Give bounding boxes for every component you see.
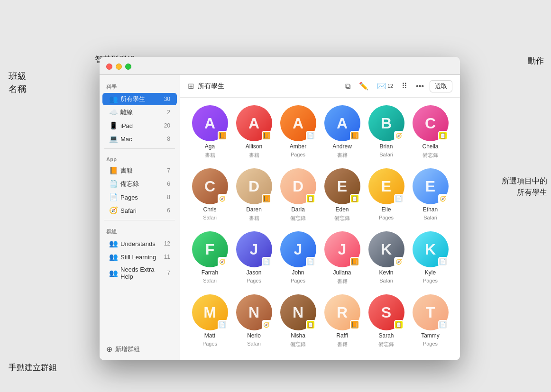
ellipsis-icon: ••• [416, 82, 424, 91]
student-name: Chella [422, 143, 438, 150]
student-name: John [292, 269, 304, 276]
student-avatar-wrap: A📄 [280, 105, 316, 141]
student-card[interactable]: T📄TammyPages [410, 294, 450, 348]
sidebar-item-safari[interactable]: 🧭 Safari 6 [102, 204, 177, 217]
student-card[interactable]: F🧭FarrahSafari [190, 231, 230, 285]
app-badge-icon: 📙 [350, 131, 359, 140]
sidebar-divider-2 [104, 220, 175, 220]
maximize-button[interactable] [125, 64, 131, 70]
action-annotation: 動作 [528, 56, 544, 66]
student-card[interactable]: E🧭EthanSafari [410, 168, 450, 222]
student-card[interactable]: N📋Nisha備忘錄 [278, 294, 318, 348]
student-card[interactable]: M📄MattPages [190, 294, 230, 348]
app-window: 科學 👥 所有學生 30 ☁️ 離線 2 📱 iPad 20 💻 Mac 8 [100, 57, 460, 360]
student-app-label: 書籍 [249, 152, 259, 159]
layers-button[interactable]: ⧉ [342, 80, 353, 92]
sidebar-item-notes[interactable]: 🗒️ 備忘錄 6 [102, 178, 177, 190]
student-card[interactable]: A📙Allison書籍 [234, 105, 274, 159]
student-app-label: 書籍 [205, 152, 215, 159]
add-group-button[interactable]: ⊕ 新增群組 [100, 342, 180, 356]
student-card[interactable]: A📙Aga書籍 [190, 105, 230, 159]
window-body: 科學 👥 所有學生 30 ☁️ 離線 2 📱 iPad 20 💻 Mac 8 [100, 75, 460, 360]
student-avatar-wrap: K📄 [413, 231, 449, 267]
student-app-label: Safari [379, 152, 393, 157]
student-name: Brian [379, 143, 393, 150]
sidebar-item-still-learning[interactable]: 👥 Still Learning 11 [102, 251, 177, 263]
sidebar-count-all-students: 30 [164, 96, 170, 102]
student-name: Matt [204, 332, 215, 339]
student-card[interactable]: S📋Sarah備忘錄 [366, 294, 406, 348]
app-badge-icon: 🧭 [394, 257, 404, 266]
app-badge-icon: 📙 [262, 194, 271, 203]
student-card[interactable]: J📄JasonPages [234, 231, 274, 285]
student-card[interactable]: D📋Darla備忘錄 [278, 168, 318, 222]
sidebar-label-all-students: 所有學生 [120, 95, 162, 103]
student-name: Amber [290, 143, 306, 150]
student-card[interactable]: D📙Daren書籍 [234, 168, 274, 222]
student-avatar-wrap: K🧭 [368, 231, 404, 267]
student-name: Jason [246, 269, 261, 276]
student-app-label: Pages [202, 341, 217, 346]
student-app-label: Pages [291, 152, 305, 157]
student-name: Chris [203, 206, 216, 213]
window-chrome [100, 57, 460, 75]
student-card[interactable]: K🧭KevinSafari [366, 231, 406, 285]
sidebar-item-understands[interactable]: 👥 Understands 12 [102, 237, 177, 250]
student-name: Kyle [425, 269, 436, 276]
student-name: Nerio [247, 332, 261, 339]
student-card[interactable]: J📄JohnPages [278, 231, 318, 285]
traffic-lights [100, 57, 460, 74]
sidebar-label-ipad: iPad [120, 122, 162, 129]
student-card[interactable]: E📋Eden備忘錄 [322, 168, 362, 222]
sidebar-label-pages: Pages [120, 194, 165, 201]
app-badge-icon: 📄 [394, 194, 404, 203]
header-actions: ⧉ ✏️ ✉️ 12 ⠿ ••• 選取 [342, 80, 452, 92]
minimize-button[interactable] [116, 64, 122, 70]
student-card[interactable]: B🧭BrianSafari [366, 105, 406, 159]
student-card[interactable]: A📄AmberPages [278, 105, 318, 159]
close-button[interactable] [106, 64, 112, 70]
sidebar-count-understands: 12 [164, 240, 170, 247]
student-avatar-wrap: J📄 [236, 231, 272, 267]
student-card[interactable]: A📙Andrew書籍 [322, 105, 362, 159]
sidebar-item-all-students[interactable]: 👥 所有學生 30 [102, 93, 177, 105]
student-card[interactable]: E📄EliePages [366, 168, 406, 222]
select-button[interactable]: 選取 [430, 80, 452, 92]
sidebar-count-books: 7 [167, 167, 170, 174]
student-name: Daren [246, 206, 262, 213]
app-badge-icon: 📙 [218, 131, 227, 140]
app-badge-icon: 🧭 [394, 131, 404, 140]
needs-extra-help-icon: 👥 [109, 269, 118, 277]
mail-button[interactable]: ✉️ 12 [374, 80, 396, 92]
app-badge-icon: 📄 [306, 131, 315, 140]
student-name: Allison [246, 143, 262, 150]
safari-icon: 🧭 [109, 206, 118, 215]
student-card[interactable]: K📄KylePages [410, 231, 450, 285]
still-learning-icon: 👥 [109, 253, 118, 261]
all-students-annotation: 所選項目中的所有學生 [502, 175, 547, 198]
offline-icon: ☁️ [109, 108, 118, 117]
app-badge-icon: 🧭 [218, 194, 227, 203]
sidebar-count-safari: 6 [167, 207, 170, 214]
more-button[interactable]: ••• [413, 80, 427, 92]
sidebar-item-pages[interactable]: 📄 Pages 8 [102, 191, 177, 203]
sidebar-item-books[interactable]: 📙 書籍 7 [102, 164, 177, 177]
student-avatar-wrap: C🧭 [192, 168, 228, 204]
group-view-button[interactable]: ⠿ [399, 80, 410, 92]
sidebar-item-mac[interactable]: 💻 Mac 8 [102, 133, 177, 145]
student-card[interactable]: C📋Chella備忘錄 [410, 105, 450, 159]
sidebar-item-ipad[interactable]: 📱 iPad 20 [102, 119, 177, 132]
sidebar-item-needs-extra-help[interactable]: 👥 Needs Extra Help 7 [102, 264, 177, 282]
app-badge-icon: 📋 [306, 194, 315, 203]
edit-button[interactable]: ✏️ [356, 80, 371, 92]
student-card[interactable]: J📙Juliana書籍 [322, 231, 362, 285]
student-card[interactable]: C🧭ChrisSafari [190, 168, 230, 222]
sidebar-label-still-learning: Still Learning [120, 254, 162, 261]
student-card[interactable]: R📙Raffi書籍 [322, 294, 362, 348]
grid-icon: ⠿ [402, 82, 407, 91]
student-app-label: Pages [247, 278, 261, 283]
content-title-text: 所有學生 [198, 82, 224, 91]
app-badge-icon: 📋 [438, 131, 448, 140]
sidebar-item-offline[interactable]: ☁️ 離線 2 [102, 106, 177, 119]
student-card[interactable]: N🧭NerioSafari [234, 294, 274, 348]
